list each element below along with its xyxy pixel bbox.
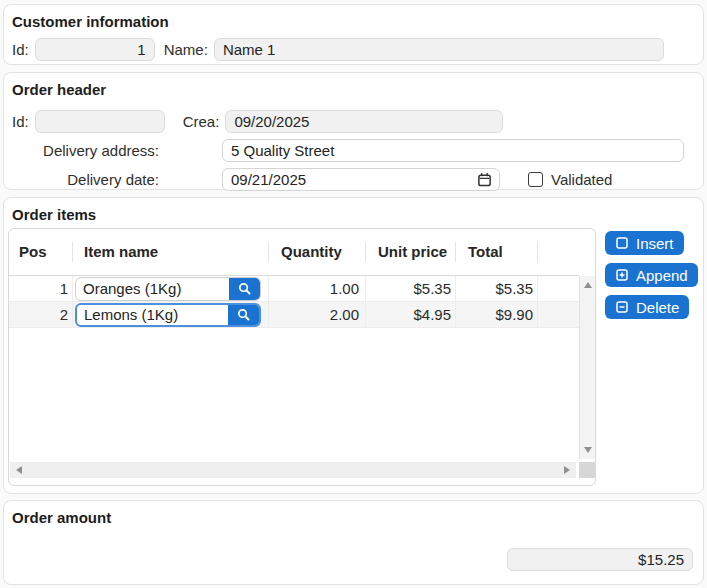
calendar-icon[interactable] [477, 172, 492, 187]
item-name-field [75, 277, 261, 301]
section-title: Order header [9, 81, 698, 98]
customer-fields-row: Id: Name: [9, 38, 698, 61]
horizontal-scrollbar[interactable] [10, 462, 576, 478]
empty-cell [538, 276, 579, 301]
empty-cell [538, 302, 579, 327]
delivery-address-input[interactable] [222, 139, 684, 162]
order-items-table: Pos Item name Quantity Unit price Total … [8, 228, 596, 486]
customer-id-label: Id: [9, 41, 29, 58]
table-actions: Insert Append Delete [605, 231, 698, 319]
col-header-item-name[interactable]: Item name [73, 242, 269, 262]
scrollbar-corner [579, 462, 595, 478]
order-id-input[interactable] [35, 110, 165, 133]
section-title: Customer information [9, 13, 698, 30]
order-id-label: Id: [9, 113, 29, 130]
delivery-date-field [222, 168, 500, 191]
scroll-down-icon[interactable] [584, 447, 592, 453]
section-title: Order items [9, 206, 698, 223]
total-cell: $9.90 [456, 302, 538, 327]
col-header-quantity[interactable]: Quantity [269, 242, 366, 262]
customer-name-input[interactable] [214, 38, 664, 61]
scroll-left-icon[interactable] [16, 466, 22, 474]
append-icon [615, 268, 629, 282]
scroll-right-icon[interactable] [564, 466, 570, 474]
unit-price-cell: $5.35 [366, 276, 456, 301]
delete-icon [615, 300, 629, 314]
section-title: Order amount [9, 509, 698, 526]
item-name-input[interactable] [77, 305, 228, 325]
table-row[interactable]: 1 1.00 $5.35 $5.35 [9, 276, 579, 302]
delivery-date-row: Delivery date: Validated [9, 167, 698, 191]
col-header-empty [538, 242, 579, 262]
item-name-input[interactable] [76, 278, 229, 300]
order-amount-section: Order amount [3, 500, 704, 585]
item-name-field [75, 303, 261, 327]
insert-button[interactable]: Insert [605, 231, 684, 255]
customer-name-label: Name: [164, 41, 208, 58]
quantity-cell: 1.00 [269, 276, 366, 301]
order-items-section: Order items Pos Item name Quantity Unit … [3, 197, 704, 494]
item-name-cell [73, 276, 269, 301]
search-icon [236, 307, 251, 322]
item-search-button[interactable] [229, 278, 260, 300]
delivery-address-label: Delivery address: [9, 142, 159, 159]
scroll-up-icon[interactable] [584, 282, 592, 288]
search-icon [237, 281, 252, 296]
customer-id-input[interactable] [35, 38, 155, 61]
delivery-date-input[interactable] [222, 168, 500, 191]
quantity-cell: 2.00 [269, 302, 366, 327]
created-label: Crea: [183, 113, 220, 130]
delivery-address-row: Delivery address: [9, 138, 698, 162]
customer-information-section: Customer information Id: Name: [3, 4, 704, 65]
item-name-cell [73, 302, 269, 327]
append-button[interactable]: Append [605, 263, 698, 287]
validated-label: Validated [551, 171, 612, 188]
order-amount-input[interactable] [507, 548, 693, 571]
delete-button[interactable]: Delete [605, 295, 689, 319]
table-row[interactable]: 2 2.00 $4.95 $9.90 [9, 302, 579, 328]
table-header: Pos Item name Quantity Unit price Total [9, 229, 579, 276]
col-header-unit-price[interactable]: Unit price [366, 242, 456, 262]
col-header-pos[interactable]: Pos [9, 242, 73, 262]
pos-cell: 1 [9, 276, 73, 301]
pos-cell: 2 [9, 302, 73, 327]
order-id-row: Id: Crea: [9, 109, 698, 133]
unit-price-cell: $4.95 [366, 302, 456, 327]
col-header-total[interactable]: Total [456, 242, 538, 262]
created-date-input[interactable] [225, 110, 503, 133]
total-cell: $5.35 [456, 276, 538, 301]
order-header-section: Order header Id: Crea: Delivery address:… [3, 72, 704, 190]
item-search-button[interactable] [228, 305, 259, 325]
delivery-date-label: Delivery date: [9, 171, 159, 188]
vertical-scrollbar[interactable] [579, 276, 595, 459]
validated-checkbox[interactable] [528, 172, 543, 187]
insert-icon [615, 236, 629, 250]
